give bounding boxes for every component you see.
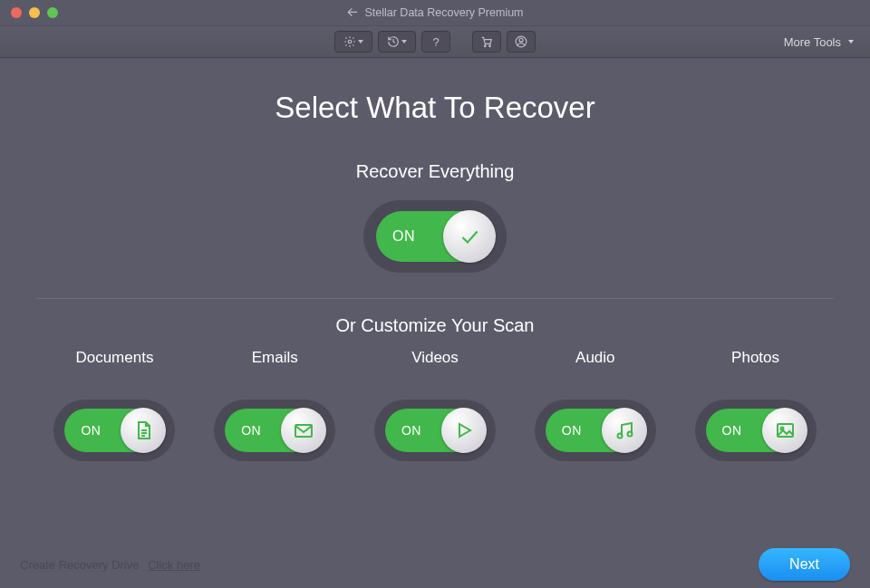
maximize-button[interactable] xyxy=(47,7,58,18)
toggle-knob xyxy=(602,408,647,453)
svg-rect-12 xyxy=(778,424,793,437)
create-drive-text: Create Recovery Drive xyxy=(20,558,140,572)
toolbar: ? More Tools xyxy=(0,26,870,58)
create-recovery-drive: Create Recovery Drive Click here xyxy=(20,558,200,572)
history-button[interactable] xyxy=(378,31,416,53)
gear-icon xyxy=(343,35,356,48)
cart-button[interactable] xyxy=(472,31,501,53)
back-arrow-icon xyxy=(346,6,359,19)
category-label: Documents xyxy=(75,349,153,367)
more-tools-label: More Tools xyxy=(784,35,841,49)
category-label: Videos xyxy=(411,349,459,367)
category-label: Photos xyxy=(731,349,779,367)
photos-toggle[interactable]: ON xyxy=(695,400,817,461)
svg-point-0 xyxy=(348,40,352,43)
category-photos: Photos ON xyxy=(675,349,836,461)
svg-point-1 xyxy=(484,45,486,47)
page-title: Select What To Recover xyxy=(0,91,870,125)
toggle-knob xyxy=(762,408,807,453)
recover-everything-label: Recover Everything xyxy=(0,161,870,182)
recover-everything-toggle[interactable]: ON xyxy=(363,200,507,273)
email-icon xyxy=(293,419,314,441)
category-emails: Emails ON xyxy=(195,349,355,461)
customize-label: Or Customize Your Scan xyxy=(0,315,870,336)
footer: Create Recovery Drive Click here Next xyxy=(0,541,870,588)
next-button[interactable]: Next xyxy=(759,548,850,581)
close-button[interactable] xyxy=(11,7,22,18)
category-documents: Documents ON xyxy=(34,349,195,461)
audio-toggle[interactable]: ON xyxy=(535,400,656,461)
click-here-link[interactable]: Click here xyxy=(148,558,200,572)
check-icon xyxy=(458,225,481,248)
category-label: Audio xyxy=(575,349,614,367)
category-audio: Audio ON xyxy=(515,349,675,461)
window-controls xyxy=(0,7,58,18)
toggle-on-label: ON xyxy=(241,423,261,438)
toggle-knob xyxy=(121,408,166,453)
image-icon xyxy=(774,419,796,441)
documents-toggle[interactable]: ON xyxy=(53,400,175,461)
user-icon xyxy=(515,35,527,48)
svg-marker-9 xyxy=(459,424,470,437)
category-videos: Videos ON xyxy=(355,349,516,461)
toggle-on-label: ON xyxy=(81,423,101,438)
window-title: Stellar Data Recovery Premium xyxy=(346,6,523,19)
titlebar: Stellar Data Recovery Premium xyxy=(0,0,870,26)
help-button[interactable]: ? xyxy=(421,31,450,53)
toggle-on-label: ON xyxy=(401,423,421,438)
history-icon xyxy=(387,35,400,48)
categories-row: Documents ON Emails ON xyxy=(0,336,870,461)
svg-point-10 xyxy=(617,434,622,439)
user-button[interactable] xyxy=(507,31,536,53)
toggle-knob xyxy=(441,408,487,453)
main: Select What To Recover Recover Everythin… xyxy=(0,58,870,461)
toggle-on-label: ON xyxy=(722,423,742,438)
music-icon xyxy=(614,419,635,441)
toggle-on-label: ON xyxy=(562,423,582,438)
toggle-knob xyxy=(443,210,496,263)
toolbar-center: ? xyxy=(334,31,536,53)
chevron-down-icon xyxy=(848,40,854,43)
divider xyxy=(36,298,834,299)
more-tools-button[interactable]: More Tools xyxy=(784,35,854,49)
minimize-button[interactable] xyxy=(29,7,40,18)
play-icon xyxy=(453,419,475,441)
category-label: Emails xyxy=(252,349,298,367)
svg-point-11 xyxy=(627,432,632,437)
toggle-on-label: ON xyxy=(392,228,415,245)
question-icon: ? xyxy=(432,35,439,49)
svg-point-2 xyxy=(489,45,491,47)
cart-icon xyxy=(480,35,493,48)
emails-toggle[interactable]: ON xyxy=(214,400,335,461)
toggle-knob xyxy=(281,408,326,453)
document-icon xyxy=(132,419,154,441)
videos-toggle[interactable]: ON xyxy=(374,400,496,461)
window-title-text: Stellar Data Recovery Premium xyxy=(364,6,523,19)
settings-button[interactable] xyxy=(334,31,372,53)
svg-point-3 xyxy=(519,38,523,42)
